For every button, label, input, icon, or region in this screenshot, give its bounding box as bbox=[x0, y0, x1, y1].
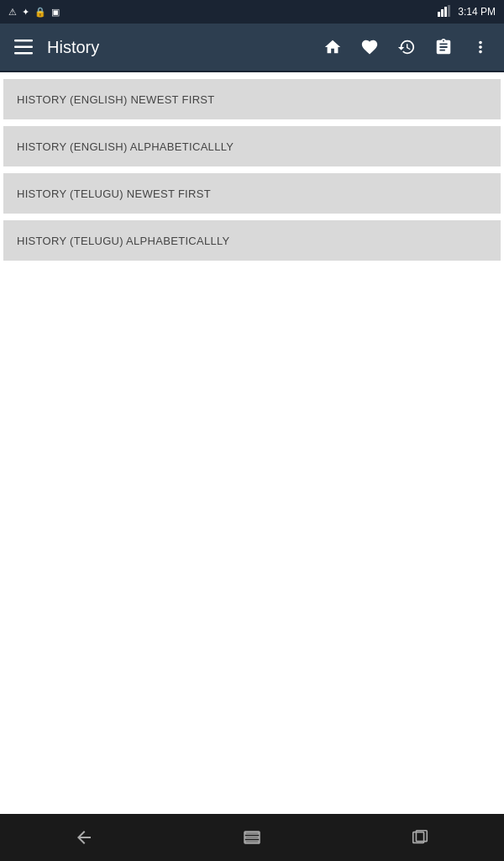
time-display: 3:14 PM bbox=[458, 6, 496, 18]
home-button[interactable] bbox=[316, 30, 349, 64]
list-item-label: HISTORY (TELUGU) NEWEST FIRST bbox=[17, 188, 211, 200]
list-item-label: HISTORY (TELUGU) ALPHABETICALLLY bbox=[17, 235, 230, 247]
warning-icon: ⚠ bbox=[8, 7, 17, 18]
list-item[interactable]: HISTORY (TELUGU) NEWEST FIRST bbox=[3, 173, 501, 214]
list-item[interactable]: HISTORY (ENGLISH) ALPHABETICALLLY bbox=[3, 126, 501, 166]
more-options-button[interactable] bbox=[464, 30, 497, 64]
content-area: HISTORY (ENGLISH) NEWEST FIRST HISTORY (… bbox=[0, 72, 504, 814]
svg-rect-1 bbox=[441, 9, 444, 17]
svg-rect-3 bbox=[448, 5, 450, 17]
svg-rect-2 bbox=[444, 7, 447, 17]
navigation-bar bbox=[0, 814, 504, 861]
status-bar-left: ⚠ ✦ 🔒 ▣ bbox=[8, 7, 438, 18]
list-item[interactable]: HISTORY (TELUGU) ALPHABETICALLLY bbox=[3, 220, 501, 261]
svg-rect-7 bbox=[244, 832, 260, 843]
lock-icon: 🔒 bbox=[34, 7, 46, 18]
clipboard-button[interactable] bbox=[427, 30, 460, 64]
page-title: History bbox=[47, 38, 316, 57]
history-button[interactable] bbox=[390, 30, 423, 64]
list-item-label: HISTORY (ENGLISH) NEWEST FIRST bbox=[17, 93, 215, 106]
recents-button[interactable] bbox=[395, 821, 445, 854]
svg-rect-6 bbox=[14, 52, 33, 55]
home-nav-button[interactable] bbox=[227, 821, 277, 854]
menu-button[interactable] bbox=[7, 30, 40, 64]
usb-icon: ✦ bbox=[22, 7, 29, 18]
status-bar: ⚠ ✦ 🔒 ▣ 3:14 PM bbox=[0, 0, 504, 24]
back-button[interactable] bbox=[59, 821, 109, 854]
svg-rect-4 bbox=[14, 40, 33, 42]
list-item-label: HISTORY (ENGLISH) ALPHABETICALLLY bbox=[17, 140, 234, 153]
list-item[interactable]: HISTORY (ENGLISH) NEWEST FIRST bbox=[3, 79, 501, 119]
status-bar-right: 3:14 PM bbox=[438, 5, 496, 18]
battery-small-icon: ▣ bbox=[51, 7, 60, 18]
toolbar: History bbox=[0, 24, 504, 71]
svg-rect-5 bbox=[14, 46, 33, 49]
signal-icon bbox=[438, 5, 453, 18]
svg-rect-0 bbox=[438, 12, 440, 17]
toolbar-actions bbox=[316, 30, 497, 64]
favorites-button[interactable] bbox=[353, 30, 386, 64]
